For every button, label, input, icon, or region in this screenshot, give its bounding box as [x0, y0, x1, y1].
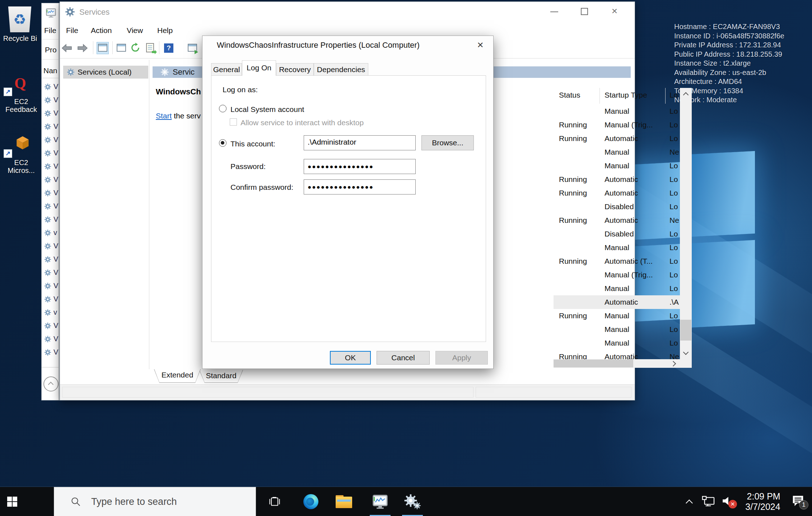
clock[interactable]: 2:09 PM3/7/2024 [740, 487, 785, 516]
tab-standard[interactable]: Standard [199, 370, 243, 383]
menu-help[interactable]: Help [157, 26, 173, 35]
show-console-tree-button[interactable] [97, 42, 109, 54]
column-header-startup-type[interactable]: Startup Type [605, 91, 647, 99]
desktop-icon-ec2-feedback[interactable]: Q ↗ EC2 Feedback [0, 75, 42, 116]
background-service-item[interactable]: V [42, 332, 60, 346]
local-system-label[interactable]: Local System account [230, 105, 304, 114]
service-row[interactable]: DisabledLo [554, 227, 680, 241]
menu-file[interactable]: File [66, 26, 78, 35]
service-row[interactable]: ManualNe [554, 145, 680, 159]
service-row[interactable]: RunningAutomaticLo [554, 186, 680, 200]
service-row[interactable]: ManualLo [554, 241, 680, 254]
horizontal-scroll-thumb[interactable] [554, 360, 633, 367]
dialog-close-button[interactable]: × [474, 39, 487, 52]
service-row[interactable]: RunningAutomatic (T...Lo [554, 254, 680, 268]
service-row[interactable]: RunningAutomaticNe [554, 214, 680, 227]
background-service-item[interactable]: v [42, 226, 60, 239]
collapse-chevron-button[interactable] [43, 376, 59, 391]
this-account-label[interactable]: This account: [230, 140, 275, 148]
service-row[interactable]: ManualLo [554, 282, 680, 295]
background-service-item[interactable]: V [42, 107, 60, 120]
properties-button[interactable] [116, 43, 127, 53]
back-button[interactable] [61, 43, 72, 53]
background-service-item[interactable]: V [42, 120, 60, 133]
search-box[interactable]: Type here to search [54, 487, 256, 516]
dialog-tab-log-on[interactable]: Log On [242, 60, 276, 76]
menu-action[interactable]: Action [91, 26, 112, 35]
name-column-header[interactable]: Nan [43, 66, 57, 75]
background-window-file-menu[interactable]: File [44, 26, 56, 35]
service-row[interactable]: RunningAutomaticLo [554, 132, 680, 145]
service-row[interactable]: RunningManualLo [554, 309, 680, 323]
minimize-button[interactable] [549, 6, 560, 17]
background-service-item[interactable]: V [42, 253, 60, 266]
file-explorer-taskbar-icon[interactable] [334, 487, 354, 516]
forward-button[interactable] [77, 43, 88, 53]
background-service-item[interactable]: V [42, 279, 60, 292]
service-row[interactable]: ManualLo [554, 104, 680, 118]
background-service-item[interactable]: V [42, 160, 60, 173]
help-button[interactable]: ? [163, 43, 174, 53]
show-window-button[interactable] [187, 43, 198, 53]
background-service-item[interactable]: V [42, 93, 60, 107]
service-row[interactable]: Automatic.\A [554, 295, 680, 309]
local-system-radio[interactable] [219, 105, 227, 112]
dialog-tab-dependencies[interactable]: Dependencies [314, 63, 368, 75]
start-button[interactable] [1, 487, 23, 516]
browse-button[interactable]: Browse... [421, 135, 474, 150]
this-account-radio[interactable] [219, 139, 227, 147]
background-window-strip[interactable]: File Pro Nan VVVVVVVVVVVvVVVVVvVVV [41, 3, 60, 400]
password-input[interactable]: ●●●●●●●●●●●●●●● [304, 159, 416, 174]
volume-muted-tray-icon[interactable]: ✕ [719, 487, 740, 516]
background-service-item[interactable]: V [42, 200, 60, 213]
service-row[interactable]: DisabledLo [554, 200, 680, 214]
maximize-button[interactable] [579, 6, 590, 17]
close-button[interactable]: × [609, 6, 620, 17]
dialog-tab-general[interactable]: General [211, 63, 242, 75]
action-center-button[interactable]: 1 [788, 487, 810, 516]
account-input[interactable]: .\Administrator [304, 135, 416, 150]
background-service-item[interactable]: v [42, 306, 60, 319]
background-service-item[interactable]: V [42, 266, 60, 279]
column-header-logon[interactable]: Lo [669, 91, 678, 99]
background-service-item[interactable]: V [42, 80, 60, 93]
perfmon-taskbar-icon[interactable] [368, 487, 392, 516]
menu-view[interactable]: View [127, 26, 143, 35]
background-service-item[interactable]: V [42, 319, 60, 332]
background-window-toolbar-text[interactable]: Pro [45, 46, 57, 54]
service-row[interactable]: Manual (Trig...Lo [554, 268, 680, 282]
column-header-status[interactable]: Status [559, 91, 580, 99]
tray-expand-button[interactable] [680, 487, 698, 516]
service-row[interactable]: RunningManual (Trig...Lo [554, 118, 680, 132]
background-service-item[interactable]: V [42, 186, 60, 200]
desktop-icon-ec2-microsoft[interactable]: ↗ EC2 Micros... [0, 136, 42, 177]
background-service-item[interactable]: V [42, 239, 60, 253]
background-service-item[interactable]: V [42, 146, 60, 160]
properties-dialog[interactable]: WindowsChaosInfrastructure Properties (L… [202, 36, 494, 369]
desktop-icon-recycle-bin[interactable]: ♻ Recycle Bi [0, 6, 40, 46]
background-service-item[interactable]: V [42, 213, 60, 226]
ok-button[interactable]: OK [330, 351, 371, 365]
background-service-item[interactable]: V [42, 346, 60, 359]
cancel-button[interactable]: Cancel [377, 351, 430, 365]
service-row[interactable]: ManualLo [554, 159, 680, 173]
confirm-password-input[interactable]: ●●●●●●●●●●●●●●● [304, 179, 416, 194]
export-list-button[interactable] [145, 43, 155, 53]
background-service-item[interactable]: V [42, 173, 60, 186]
services-taskbar-icon[interactable] [401, 487, 424, 516]
vertical-scroll-thumb[interactable] [680, 320, 691, 341]
network-tray-icon[interactable] [698, 487, 718, 516]
scroll-up-button[interactable] [680, 88, 692, 100]
tree-item-services-local[interactable]: Services (Local) [63, 66, 148, 79]
scroll-right-button[interactable] [668, 359, 680, 368]
background-service-item[interactable]: V [42, 133, 60, 146]
service-row[interactable]: ManualLo [554, 323, 680, 336]
service-row[interactable]: ManualLo [554, 336, 680, 350]
edge-taskbar-icon[interactable] [302, 487, 320, 516]
background-service-item[interactable]: V [42, 292, 60, 306]
tab-extended[interactable]: Extended [154, 369, 201, 383]
service-row[interactable]: RunningAutomaticNe [554, 350, 680, 359]
dialog-tab-recovery[interactable]: Recovery [276, 63, 314, 75]
service-row[interactable]: RunningAutomaticLo [554, 173, 680, 186]
interact-desktop-checkbox[interactable] [230, 118, 237, 126]
